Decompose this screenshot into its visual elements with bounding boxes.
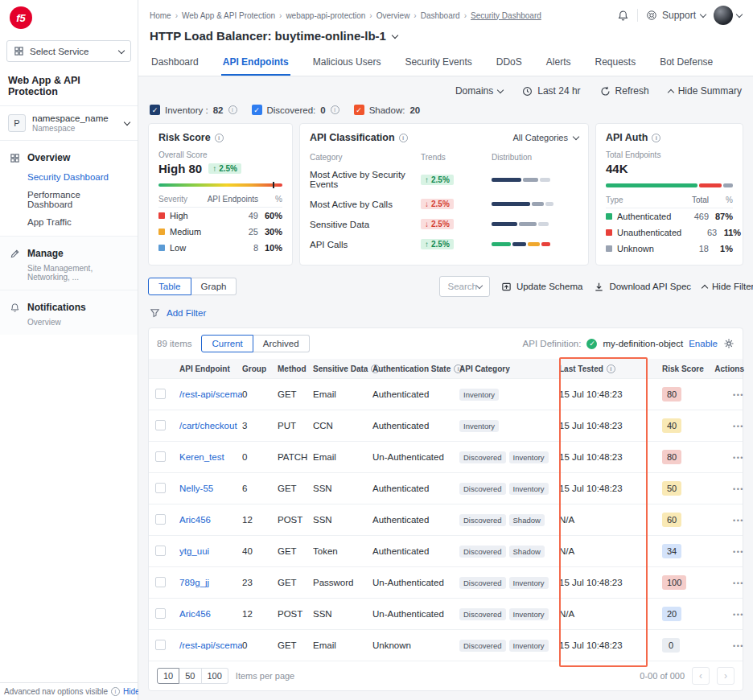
api-definition-value[interactable]: my-definition-object xyxy=(603,339,683,348)
row-actions-button[interactable]: ••• xyxy=(733,611,744,619)
endpoint-link[interactable]: /rest-api/scema xyxy=(179,389,242,399)
next-page-button[interactable]: › xyxy=(717,667,734,685)
view-table-button[interactable]: Table xyxy=(148,278,191,295)
endpoint-link[interactable]: /rest-api/scema xyxy=(179,640,242,650)
enable-link[interactable]: Enable xyxy=(689,339,718,348)
endpoint-link[interactable]: Aric456 xyxy=(179,609,211,619)
row-actions-button[interactable]: ••• xyxy=(733,422,744,430)
info-icon[interactable] xyxy=(607,364,615,373)
filter-shadow[interactable]: ✓ Shadow: 20 xyxy=(354,105,421,115)
breadcrumb-dashboard[interactable]: Dashboard xyxy=(421,11,460,20)
namespace-selector[interactable]: P namespace_name Namespace xyxy=(0,105,138,141)
info-icon[interactable] xyxy=(399,134,408,142)
download-api-spec-button[interactable]: Download API Spec xyxy=(594,282,691,292)
breadcrumb-security-dashboard[interactable]: Security Dashboard xyxy=(471,11,541,20)
tab-ddos[interactable]: DDoS xyxy=(495,50,524,76)
hide-nav-link[interactable]: Hide xyxy=(123,687,140,696)
prev-page-button[interactable]: ‹ xyxy=(692,667,710,685)
endpoint-link[interactable]: Aric456 xyxy=(179,515,211,525)
page-size-toggle: 10 50 100 xyxy=(157,668,228,684)
api-definition-label: API Definition: xyxy=(523,339,582,348)
row-checkbox[interactable] xyxy=(155,420,166,430)
add-filter-button[interactable]: Add Filter xyxy=(167,308,206,318)
chevron-up-icon xyxy=(667,89,673,95)
domains-dropdown[interactable]: Domains xyxy=(455,85,503,97)
filter-inventory[interactable]: ✓ Inventory :82 xyxy=(150,105,237,115)
tab-bot-defense[interactable]: Bot Defense xyxy=(658,50,714,76)
breadcrumb-webapp-api-protection[interactable]: webapp-api-protection xyxy=(286,11,365,20)
row-checkbox[interactable] xyxy=(155,514,166,525)
sidebar-item-overview[interactable]: Overview xyxy=(0,147,138,168)
breadcrumb-home[interactable]: Home xyxy=(150,11,171,20)
row-checkbox[interactable] xyxy=(155,546,166,556)
trend-value: 2.5% xyxy=(431,175,450,184)
hide-filter-toggle[interactable]: Hide Filter xyxy=(702,282,753,291)
page-size-50[interactable]: 50 xyxy=(179,668,201,684)
info-icon[interactable] xyxy=(228,105,237,114)
sidebar-item-manage[interactable]: Manage xyxy=(0,243,138,264)
sidebar-item-notifications[interactable]: Notifications xyxy=(0,297,138,318)
row-checkbox[interactable] xyxy=(155,608,166,619)
row-actions-button[interactable]: ••• xyxy=(733,454,744,462)
row-actions-button[interactable]: ••• xyxy=(733,579,744,587)
row-actions-button[interactable]: ••• xyxy=(733,517,744,525)
user-menu[interactable] xyxy=(714,6,742,25)
row-actions-button[interactable]: ••• xyxy=(733,391,744,399)
filter-discovered[interactable]: ✓ Discovered: 0 xyxy=(252,105,339,115)
tab-dashboard[interactable]: Dashboard xyxy=(150,50,200,76)
row-checkbox[interactable] xyxy=(155,483,166,493)
column-header-label: API Endpoint xyxy=(179,364,230,373)
time-range-selector[interactable]: Last 24 hr xyxy=(522,85,580,97)
tab-api-endpoints[interactable]: API Endpoints xyxy=(221,50,290,76)
state-archived-button[interactable]: Archived xyxy=(253,335,310,352)
tab-malicious-users[interactable]: Malicious Users xyxy=(311,50,383,76)
row-actions-button[interactable]: ••• xyxy=(733,642,744,650)
info-icon[interactable] xyxy=(652,134,660,142)
select-service-dropdown[interactable]: Select Service xyxy=(6,40,131,62)
endpoint-link[interactable]: ytg_uui xyxy=(179,546,209,556)
page-size-100[interactable]: 100 xyxy=(202,668,228,684)
view-graph-button[interactable]: Graph xyxy=(191,278,237,295)
tab-alerts[interactable]: Alerts xyxy=(545,50,573,76)
search-input[interactable]: Search xyxy=(439,276,489,297)
info-icon[interactable] xyxy=(215,134,224,142)
api-category-cell: Inventory xyxy=(459,389,559,401)
endpoint-link[interactable]: Nelly-55 xyxy=(179,484,213,493)
row-checkbox[interactable] xyxy=(155,640,166,650)
page-size-10[interactable]: 10 xyxy=(157,668,179,684)
total-endpoints-label: Total Endpoints xyxy=(606,150,733,159)
table-row: /rest-api/scema0GETEmailAuthenticatedInv… xyxy=(149,378,743,410)
group-cell: 6 xyxy=(242,484,278,493)
row-checkbox[interactable] xyxy=(155,451,166,462)
sidebar-item-app-traffic[interactable]: App Traffic xyxy=(0,213,138,231)
row-checkbox[interactable] xyxy=(155,389,166,399)
state-current-button[interactable]: Current xyxy=(201,335,253,352)
refresh-button[interactable]: Refresh xyxy=(600,85,649,97)
sidebar-item-security-dashboard[interactable]: Security Dashboard xyxy=(0,168,138,186)
info-icon[interactable] xyxy=(331,105,339,114)
trend-up-icon: ↑ xyxy=(425,175,429,184)
support-menu[interactable]: Support xyxy=(646,10,706,21)
items-count: 89 items xyxy=(157,339,191,348)
breadcrumb-overview[interactable]: Overview xyxy=(376,11,410,20)
info-icon[interactable] xyxy=(111,687,120,696)
endpoint-link[interactable]: /cart/checkout xyxy=(179,421,237,430)
row-checkbox[interactable] xyxy=(155,577,166,587)
all-categories-dropdown[interactable]: All Categories xyxy=(513,133,578,142)
notifications-bell-button[interactable] xyxy=(617,10,629,22)
chevron-down-icon[interactable] xyxy=(392,31,398,38)
row-actions-button[interactable]: ••• xyxy=(733,485,744,493)
hide-summary-toggle[interactable]: Hide Summary xyxy=(669,85,742,97)
row-actions-button[interactable]: ••• xyxy=(733,548,744,556)
f5-logo[interactable]: f5 xyxy=(10,6,32,29)
tab-requests[interactable]: Requests xyxy=(593,50,637,76)
update-schema-button[interactable]: Update Schema xyxy=(501,282,582,292)
overview-label: Overview xyxy=(27,152,70,163)
settings-gear-icon[interactable] xyxy=(723,338,734,349)
breadcrumb-waap[interactable]: Web App & API Protection xyxy=(182,11,275,20)
sidebar-item-performance-dashboard[interactable]: Performance Dashboard xyxy=(0,186,138,213)
tab-security-events[interactable]: Security Events xyxy=(403,50,473,76)
endpoint-link[interactable]: Keren_test xyxy=(179,452,224,462)
method-cell: GET xyxy=(278,546,313,556)
endpoint-link[interactable]: 789g_jj xyxy=(179,578,209,587)
